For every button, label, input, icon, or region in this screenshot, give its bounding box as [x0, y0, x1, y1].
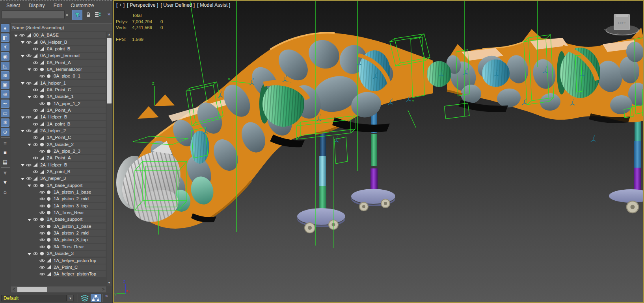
display-groups-icon[interactable]: ▣: [1, 81, 9, 89]
clear-search-icon[interactable]: ×: [64, 10, 70, 19]
viewport-menu-shading[interactable]: [ User Defined ]: [160, 2, 195, 8]
tree-item-3A_piston_1_base[interactable]: 3A_piston_1_base: [11, 223, 106, 230]
tree-item-1A_point_B[interactable]: 1A_point_B: [11, 120, 106, 127]
tree-eye-slot[interactable]: [25, 163, 32, 167]
tree-item-label[interactable]: 3A_base_support: [45, 216, 106, 222]
expand-arrow-icon[interactable]: [14, 34, 18, 37]
tree-eye-slot[interactable]: [32, 68, 39, 71]
display-frozen-icon[interactable]: ❄: [1, 118, 9, 127]
tree-item-label[interactable]: 1A_Point_A: [45, 107, 106, 113]
expand-arrow-icon[interactable]: [28, 184, 31, 187]
tree-eye-slot[interactable]: [32, 184, 39, 187]
note-view-icon[interactable]: ▤: [1, 158, 9, 166]
tree-arrow-slot[interactable]: [27, 216, 32, 223]
filter-funnel-button[interactable]: [72, 10, 82, 20]
tree-item-1A_base_support[interactable]: 1A_base_support: [11, 182, 106, 189]
viewcube-face-label[interactable]: LEFT: [618, 21, 626, 25]
menu-customize[interactable]: Customize: [71, 3, 94, 8]
visibility-eye-icon[interactable]: [26, 177, 32, 180]
tree-eye-slot[interactable]: [32, 218, 39, 221]
tree-eye-slot[interactable]: [32, 61, 39, 65]
tree-eye-slot[interactable]: [39, 272, 45, 276]
tree-item-label[interactable]: 0A_helper_terminal: [39, 53, 106, 59]
scroll-down-icon[interactable]: ▼: [106, 280, 112, 286]
visibility-eye-icon[interactable]: [39, 259, 45, 262]
tree-item-3A_facade_3[interactable]: 3A_facade_3: [11, 250, 106, 257]
tree-item-00_A_BASE[interactable]: 00_A_BASE: [11, 32, 106, 39]
tree-item-3A_base_support[interactable]: 3A_base_support: [11, 216, 106, 223]
horizontal-scroll-thumb[interactable]: [17, 287, 47, 292]
visibility-eye-icon[interactable]: [33, 109, 38, 112]
tree-eye-slot[interactable]: [39, 204, 45, 208]
viewport-menu-general[interactable]: [ + ]: [116, 2, 125, 8]
tree-item-label[interactable]: 3A_helper_pistonTop: [52, 271, 106, 277]
expand-arrow-icon[interactable]: [21, 164, 24, 167]
tree-item-label[interactable]: 2A_pipe_2_3: [52, 148, 106, 154]
tree-eye-slot[interactable]: [32, 95, 39, 98]
display-bones-icon[interactable]: ✒: [1, 100, 9, 108]
tree-item-label[interactable]: 1A_piston_3_top: [52, 203, 106, 209]
tree-arrow-slot[interactable]: [27, 182, 32, 189]
expand-arrow-icon[interactable]: [28, 143, 31, 146]
visibility-eye-icon[interactable]: [39, 150, 45, 153]
tree-item-label[interactable]: 2A_Point_C: [52, 264, 106, 270]
visibility-eye-icon[interactable]: [33, 88, 38, 92]
expand-arrow-icon[interactable]: [28, 218, 31, 222]
tree-horizontal-scrollbar[interactable]: < >: [11, 286, 106, 292]
visibility-eye-icon[interactable]: [26, 129, 32, 133]
tree-item-label[interactable]: 1A_Point_C: [45, 135, 106, 140]
expand-arrow-icon[interactable]: [21, 177, 24, 181]
tree-item-0A_pipe_0_1[interactable]: 0A_pipe_0_1: [11, 73, 106, 79]
tree-item-1A_pipe_1_2[interactable]: 1A_pipe_1_2: [11, 100, 106, 107]
tree-eye-slot[interactable]: [32, 170, 39, 174]
tree-eye-slot[interactable]: [32, 88, 39, 92]
column-header-name[interactable]: Name (Sorted Ascending): [11, 23, 112, 31]
tree-eye-slot[interactable]: [39, 259, 45, 262]
display-lights-icon[interactable]: ☀: [1, 43, 9, 51]
tree-eye-slot[interactable]: [39, 238, 45, 242]
tree-eye-slot[interactable]: [25, 115, 32, 119]
tree-item-label[interactable]: 3A_piston_2_mid: [52, 230, 106, 236]
menu-edit[interactable]: Edit: [54, 3, 62, 8]
visibility-eye-icon[interactable]: [39, 245, 45, 249]
filter-icon[interactable]: ▼: [1, 178, 9, 187]
visibility-eye-icon[interactable]: [26, 115, 32, 119]
sort-by-layer-button[interactable]: [80, 294, 90, 302]
tree-arrow-slot[interactable]: [20, 79, 25, 87]
visibility-eye-icon[interactable]: [39, 74, 45, 78]
tree-eye-slot[interactable]: [39, 266, 45, 269]
viewport-menu-assist[interactable]: [ Model Assist ]: [197, 2, 230, 8]
tree-item-3A_Tires_Rear[interactable]: 3A_Tires_Rear: [11, 244, 106, 250]
visibility-eye-icon[interactable]: [39, 204, 45, 208]
search-input[interactable]: [2, 10, 65, 19]
tree-item-label[interactable]: 1A_point_B: [45, 121, 106, 127]
tree-item-1A_facade_1[interactable]: 1A_facade_1: [11, 93, 106, 100]
tree-arrow-slot[interactable]: [20, 127, 25, 134]
visibility-eye-icon[interactable]: [39, 190, 45, 194]
tree-arrow-slot[interactable]: [27, 250, 32, 257]
tree-eye-slot[interactable]: [25, 129, 32, 133]
expand-arrow-icon[interactable]: [21, 116, 24, 119]
thumbnail-view-icon[interactable]: ■: [1, 148, 9, 157]
configure-columns-button[interactable]: [93, 10, 102, 19]
perspective-viewport[interactable]: [ + ] [ Perspective ] [ User Defined ] […: [113, 0, 644, 303]
display-spacewarps-icon[interactable]: ≋: [1, 71, 9, 79]
tree-eye-slot[interactable]: [39, 150, 45, 153]
tree-eye-slot[interactable]: [39, 211, 45, 214]
tree-arrow-slot[interactable]: [27, 66, 32, 73]
pick-container-icon[interactable]: ⌂: [1, 188, 9, 196]
vertical-scroll-thumb[interactable]: [107, 38, 112, 103]
tree-item-0A_Point_C[interactable]: 0A_Point_C: [11, 87, 106, 93]
tree-item-2A_facade_2[interactable]: 2A_facade_2: [11, 141, 106, 148]
tree-eye-slot[interactable]: [39, 102, 45, 105]
tree-arrow-slot[interactable]: [20, 161, 25, 168]
sort-by-hierarchy-button[interactable]: [91, 294, 101, 302]
visibility-eye-icon[interactable]: [33, 95, 38, 98]
tree-item-3A_helper_pistonTop[interactable]: 3A_helper_pistonTop: [11, 271, 106, 277]
display-helpers-icon[interactable]: ◺: [1, 62, 9, 70]
tree-item-label[interactable]: 1A_Helper_B: [39, 114, 106, 120]
menu-select[interactable]: Select: [6, 3, 20, 8]
display-cameras-icon[interactable]: ◉: [1, 52, 9, 61]
visibility-eye-icon[interactable]: [39, 231, 45, 235]
tree-eye-slot[interactable]: [32, 136, 39, 139]
